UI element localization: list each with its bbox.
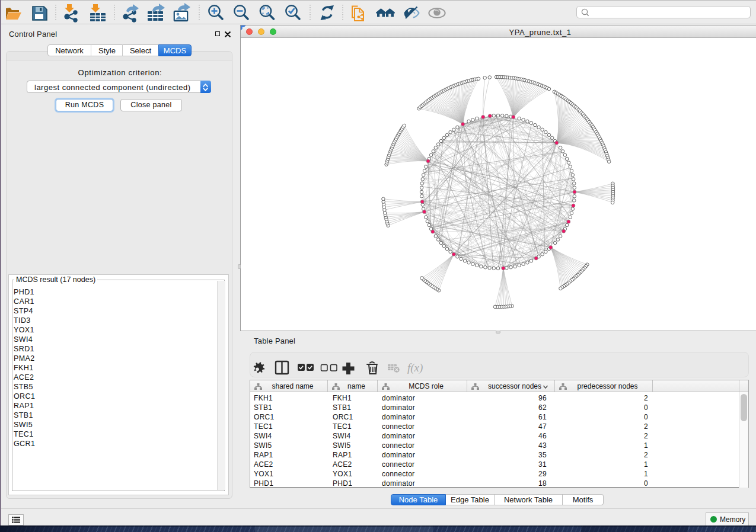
svg-text:f(x): f(x) <box>407 361 423 374</box>
